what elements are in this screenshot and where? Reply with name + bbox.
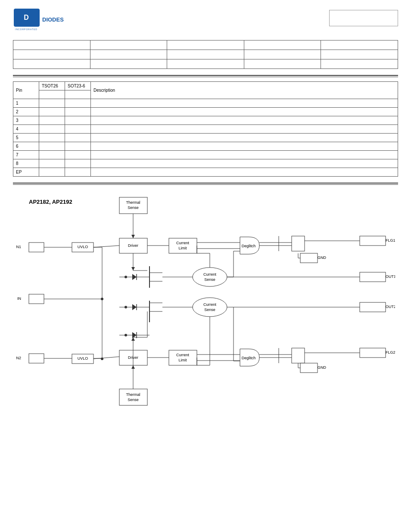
pin-num: 7	[13, 151, 39, 159]
svg-marker-27	[131, 267, 135, 271]
pkg1-pin	[39, 125, 65, 134]
block-diagram-container: AP2182, AP2192 Thermal Sense Driver EN1 …	[16, 191, 395, 445]
pin-table: Pin TSOT26 SOT23-6 Description 1 2	[13, 81, 398, 177]
table-row: 3	[13, 116, 398, 125]
pin-desc	[91, 134, 398, 142]
table-row: 1	[13, 99, 398, 108]
svg-rect-19	[292, 236, 305, 251]
table-cell	[13, 50, 90, 59]
pin-desc	[91, 159, 398, 168]
svg-point-55	[125, 306, 127, 308]
pin-desc	[91, 99, 398, 108]
svg-marker-95	[131, 337, 135, 341]
pkg1-pin	[39, 99, 65, 108]
pin-num: 5	[13, 134, 39, 142]
svg-point-35	[125, 276, 127, 278]
pkg2-pin	[65, 125, 91, 134]
thermal-sense-2-label2: Sense	[128, 398, 139, 402]
table-row	[13, 40, 398, 50]
svg-point-59	[193, 298, 227, 317]
table-cell	[167, 50, 244, 59]
svg-rect-39	[360, 272, 386, 282]
svg-rect-16	[360, 236, 386, 246]
section-divider-middle	[13, 183, 398, 184]
table-cell	[167, 40, 244, 50]
pkg2-pin	[65, 99, 91, 108]
current-limit-2-label: Current	[176, 353, 190, 357]
block-diagram-section: AP2182, AP2192 Thermal Sense Driver EN1 …	[0, 187, 411, 449]
table-cell	[13, 59, 90, 69]
table-cell	[13, 40, 90, 50]
table-cell	[244, 40, 321, 50]
pin-num: 3	[13, 116, 39, 125]
header-info-box	[329, 10, 398, 26]
thermal-sense-2-label: Thermal	[126, 392, 140, 397]
pkg1-pin	[39, 168, 65, 177]
table-row	[13, 50, 398, 59]
table-cell	[321, 59, 398, 69]
pkg1-pin	[39, 142, 65, 151]
pin-desc	[91, 108, 398, 116]
pkg1-pin	[39, 159, 65, 168]
pin-col-header: Pin	[13, 82, 39, 99]
table-cell	[167, 59, 244, 69]
svg-marker-53	[132, 304, 137, 310]
pkg2-header: SOT23-6	[65, 82, 91, 90]
header: D INCORPORATED DIODES	[0, 0, 411, 36]
table-row: 4	[13, 125, 398, 134]
table-row: 7	[13, 151, 398, 159]
svg-rect-71	[119, 389, 147, 405]
uvlo-2-label: UVLO	[78, 356, 88, 361]
pin-desc	[91, 125, 398, 134]
pin-desc	[91, 116, 398, 125]
out2-label: OUT2	[386, 305, 395, 309]
pin-num: 8	[13, 159, 39, 168]
deglitch-1-label: Deglitch	[242, 244, 256, 248]
pkg1-pin	[39, 151, 65, 159]
logo: D INCORPORATED DIODES	[13, 8, 65, 31]
pkg2-pin	[65, 142, 91, 151]
section-divider-top	[13, 75, 398, 76]
svg-marker-33	[132, 274, 137, 280]
current-limit-2-label2: Limit	[178, 358, 187, 362]
current-limit-1-label: Current	[176, 241, 190, 245]
deglitch-2-label: Deglitch	[242, 356, 256, 360]
pkg1-header: TSOT26	[39, 82, 65, 90]
svg-rect-23	[300, 253, 318, 263]
svg-marker-73	[131, 365, 135, 369]
driver-1-label: Driver	[128, 243, 138, 248]
table-row	[13, 59, 398, 69]
table-row: 5	[13, 134, 398, 142]
gnd2-label: GND	[318, 365, 327, 370]
table-row: 2	[13, 108, 398, 116]
table-cell	[244, 50, 321, 59]
svg-marker-6	[131, 235, 135, 238]
pin-table-section: Pin TSOT26 SOT23-6 Description 1 2	[0, 80, 411, 180]
pkg2-pin	[65, 151, 91, 159]
svg-rect-85	[300, 363, 318, 373]
current-limit-1-label2: Limit	[178, 246, 187, 250]
table-row: EP	[13, 168, 398, 177]
pin-num: 2	[13, 108, 39, 116]
pin-table-header: Pin TSOT26 SOT23-6 Description	[13, 82, 398, 90]
pkg1-pin	[39, 108, 65, 116]
svg-rect-8	[29, 243, 44, 252]
pkg2-pin	[65, 168, 91, 177]
pin-desc	[91, 142, 398, 151]
en2-label: EN2	[16, 356, 21, 360]
flg1-label: FLG1	[386, 238, 395, 243]
table-cell	[321, 40, 398, 50]
block-diagram-svg: AP2182, AP2192 Thermal Sense Driver EN1 …	[16, 191, 395, 445]
svg-rect-46	[29, 294, 44, 304]
pin-num: 4	[13, 125, 39, 134]
pin-num: 6	[13, 142, 39, 151]
pkg2-pin	[65, 108, 91, 116]
pkg1-subheader	[39, 90, 65, 99]
current-sense-1-label2: Sense	[204, 277, 215, 282]
pkg1-pin	[39, 116, 65, 125]
table-row: 8	[13, 159, 398, 168]
top-table	[13, 40, 398, 69]
current-sense-2-label: Current	[203, 302, 217, 307]
in-label: IN	[17, 296, 21, 301]
pkg1-pin	[39, 134, 65, 142]
